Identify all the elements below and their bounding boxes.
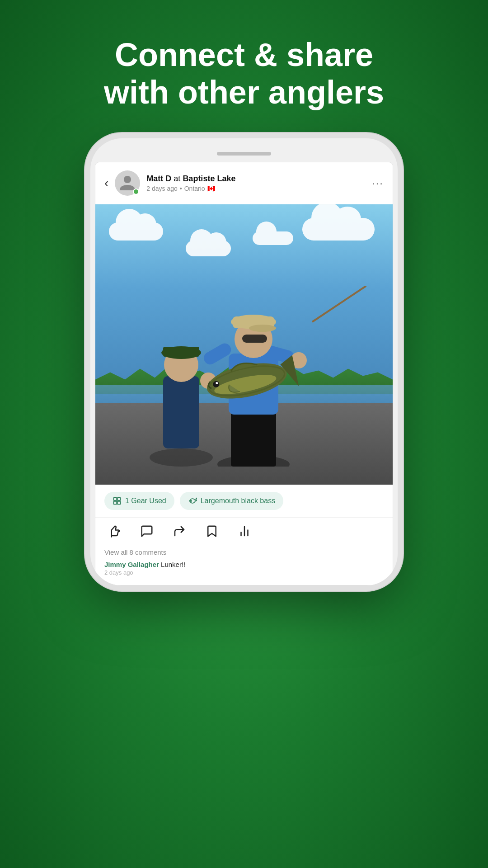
comment-icon (140, 524, 154, 538)
user-avatar-wrap[interactable] (115, 170, 140, 196)
svg-rect-26 (117, 501, 121, 504)
post-photo[interactable] (95, 204, 393, 485)
share-button[interactable] (171, 523, 188, 539)
headline-line2: with other anglers (104, 74, 384, 110)
action-bar (95, 517, 393, 545)
svg-rect-6 (231, 412, 276, 467)
cloud-decoration (186, 241, 231, 256)
post-meta: 2 days ago • Ontario 🇨🇦 (146, 185, 372, 192)
phone-screen: ‹ Matt D at Baptiste Lake 2 days ago • O… (95, 162, 393, 585)
svg-rect-13 (242, 335, 267, 343)
more-options-button[interactable]: ··· (372, 177, 384, 189)
cloud-decoration (302, 218, 375, 241)
post-location[interactable]: Baptiste Lake (183, 174, 235, 183)
svg-rect-25 (114, 501, 117, 504)
stats-button[interactable] (236, 523, 253, 539)
svg-point-0 (150, 448, 213, 467)
headline-line1: Connect & share (115, 37, 373, 73)
fish-species-label: Largemouth black bass (201, 497, 275, 505)
share-icon (173, 524, 186, 538)
comment-body-text: Lunker!! (161, 561, 185, 568)
view-all-comments-button[interactable]: View all 8 comments (104, 548, 384, 556)
svg-point-27 (190, 500, 192, 501)
comment-author[interactable]: Jimmy Gallagher (104, 561, 159, 568)
comment-button[interactable] (139, 523, 155, 539)
post-header: ‹ Matt D at Baptiste Lake 2 days ago • O… (95, 162, 393, 204)
comment-timestamp: 2 days ago (104, 569, 384, 576)
back-button[interactable]: ‹ (104, 176, 108, 190)
svg-rect-23 (114, 497, 117, 500)
svg-rect-24 (117, 497, 121, 500)
comments-section: View all 8 comments Jimmy Gallagher Lunk… (95, 545, 393, 585)
phone-notch-bar (217, 152, 271, 156)
post-time: 2 days ago (146, 185, 178, 192)
page-headline: Connect & share with other anglers (68, 36, 420, 111)
flag-icon: 🇨🇦 (207, 185, 215, 192)
phone-mockup: ‹ Matt D at Baptiste Lake 2 days ago • O… (90, 138, 398, 585)
like-button[interactable] (106, 523, 122, 539)
online-indicator (133, 189, 139, 195)
thumbs-up-icon (108, 524, 121, 538)
svg-point-16 (249, 325, 276, 332)
fish-species-tag[interactable]: Largemouth black bass (180, 492, 283, 510)
post-info: Matt D at Baptiste Lake 2 days ago • Ont… (146, 174, 372, 192)
user-name: Matt D (146, 174, 171, 183)
gear-tag[interactable]: 1 Gear Used (104, 492, 174, 510)
gear-icon (113, 496, 122, 505)
gear-tag-label: 1 Gear Used (125, 497, 166, 505)
bookmark-icon (205, 524, 219, 538)
cloud-decoration (109, 222, 163, 241)
phone-notch (90, 147, 398, 160)
fishing-scene-svg (122, 286, 366, 467)
post-title: Matt D at Baptiste Lake (146, 174, 372, 184)
tags-row: 1 Gear Used Largemouth black bass (95, 485, 393, 517)
cloud-decoration (253, 231, 293, 245)
svg-rect-1 (163, 376, 199, 448)
bookmark-button[interactable] (204, 523, 220, 539)
comment-item: Jimmy Gallagher Lunker!! 2 days ago (104, 561, 384, 576)
chart-icon (238, 524, 251, 538)
comment-text: Jimmy Gallagher Lunker!! (104, 561, 384, 568)
svg-line-22 (312, 286, 366, 322)
post-region: Ontario (184, 185, 205, 192)
svg-rect-8 (202, 341, 233, 367)
fish-species-icon (188, 496, 197, 505)
svg-rect-4 (163, 347, 199, 357)
